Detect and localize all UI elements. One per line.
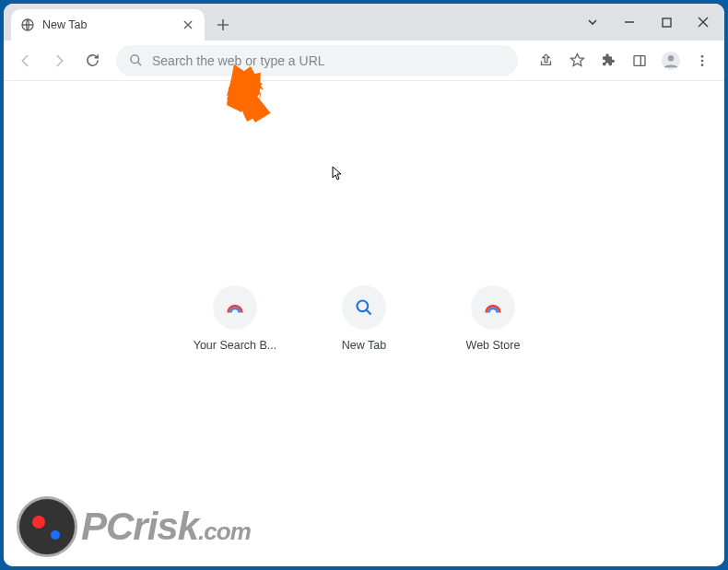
back-button[interactable] [11, 46, 41, 76]
shortcut-icon-rainbow [471, 285, 515, 330]
svg-point-5 [668, 55, 674, 61]
maximize-button[interactable] [651, 8, 682, 36]
browser-window: New Tab [4, 4, 724, 566]
shortcut-label: New Tab [342, 339, 386, 352]
svg-point-9 [358, 301, 369, 312]
shortcut-label: Web Store [466, 339, 521, 352]
cursor-icon [332, 166, 343, 180]
content-area: Your Search B... New Tab Web Store [4, 81, 724, 566]
close-tab-icon[interactable] [181, 17, 195, 32]
address-bar[interactable] [116, 45, 518, 76]
svg-rect-1 [663, 18, 671, 27]
watermark: PCrisk.com [17, 496, 251, 557]
close-window-button[interactable] [687, 8, 719, 36]
forward-button[interactable] [44, 46, 74, 76]
shortcut-new-tab[interactable]: New Tab [318, 285, 410, 352]
reload-button[interactable] [77, 46, 107, 76]
watermark-disc-icon [17, 496, 77, 557]
shortcut-your-search[interactable]: Your Search B... [189, 285, 281, 352]
profile-avatar[interactable] [656, 46, 686, 76]
globe-icon [20, 17, 35, 32]
watermark-text: PCrisk.com [81, 505, 251, 549]
shortcut-icon-search [342, 285, 386, 330]
svg-point-2 [131, 55, 139, 64]
bookmark-icon[interactable] [562, 46, 592, 76]
search-icon [129, 53, 143, 67]
svg-point-6 [701, 55, 704, 58]
extensions-icon[interactable] [593, 46, 623, 76]
shortcut-label: Your Search B... [194, 339, 277, 352]
toolbar-right [527, 46, 717, 76]
tab-bar: New Tab [4, 4, 724, 41]
omnibox-input[interactable] [152, 53, 505, 68]
minimize-button[interactable] [614, 8, 645, 36]
svg-rect-3 [634, 55, 645, 65]
shortcut-grid: Your Search B... New Tab Web Store [189, 285, 539, 352]
svg-point-8 [701, 64, 704, 66]
share-icon[interactable] [531, 46, 560, 76]
toolbar [4, 41, 724, 81]
menu-icon[interactable] [687, 46, 717, 76]
chevron-down-icon[interactable] [577, 8, 608, 36]
shortcut-web-store[interactable]: Web Store [447, 285, 539, 352]
sidepanel-icon[interactable] [625, 46, 654, 76]
shortcut-icon-rainbow [213, 285, 257, 330]
tab-title: New Tab [42, 18, 173, 31]
svg-point-7 [701, 59, 704, 62]
window-controls [577, 4, 719, 41]
tab-active[interactable]: New Tab [11, 9, 205, 41]
new-tab-button[interactable] [210, 12, 236, 38]
